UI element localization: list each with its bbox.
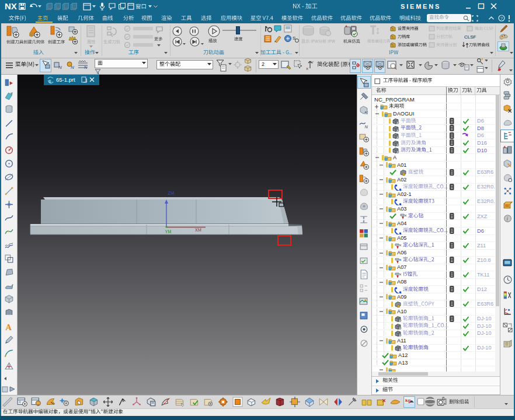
svg-text:N: N [58,65,62,70]
svg-text:X: X [306,67,308,71]
svg-text:?: ? [500,16,503,21]
svg-text:A: A [5,322,12,331]
svg-text:N: N [365,110,368,115]
svg-text:i: i [506,215,508,222]
svg-text:N: N [365,124,368,128]
svg-text:N: N [71,65,74,70]
svg-text:Y: Y [311,61,314,64]
